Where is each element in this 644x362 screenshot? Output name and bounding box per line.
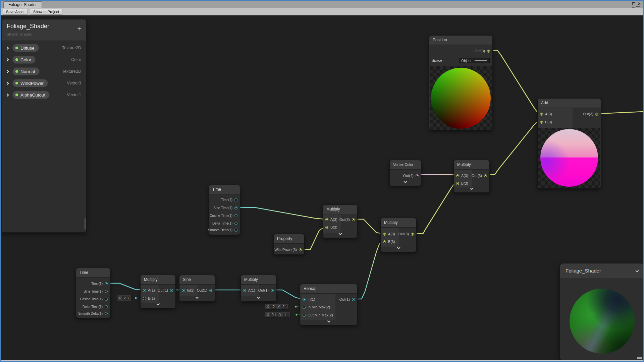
port-out-vector1[interactable]: [271, 289, 274, 292]
port-out-time[interactable]: [234, 198, 237, 201]
collapse-toggle[interactable]: [323, 232, 357, 237]
node-multiply-amp[interactable]: Multiply A(1) Out(1): [240, 275, 276, 302]
node-time-upper[interactable]: Time Time(1) Sine Time(1) Cosine Time(1)…: [209, 185, 240, 235]
node-multiply-scale[interactable]: Multiply A(1) B(1) Out(1): [140, 275, 176, 308]
blackboard-property-color[interactable]: Color Color: [2, 55, 86, 65]
port-out-windpower[interactable]: [299, 248, 302, 251]
blackboard-property-diffuse[interactable]: Diffuse Texture2D: [2, 43, 86, 53]
port-out-cosine-time[interactable]: [105, 298, 108, 301]
port-in-a-vector3[interactable]: [540, 113, 543, 116]
y-value-input[interactable]: 2: [281, 305, 287, 309]
collapse-toggle[interactable]: [241, 296, 276, 300]
port-out-vector3[interactable]: [487, 50, 490, 53]
port-in-a-vector3[interactable]: [325, 218, 328, 221]
node-vertex-color[interactable]: Vertex Color Out(4): [389, 160, 421, 186]
blackboard-scrollbar[interactable]: [85, 218, 86, 230]
property-pill[interactable]: AlphaCutout: [12, 91, 50, 99]
space-dropdown[interactable]: Object: [459, 58, 490, 63]
property-pill[interactable]: WindPower: [12, 79, 48, 87]
port-out-vector3[interactable]: [595, 113, 598, 116]
collapse-toggle[interactable]: [141, 303, 175, 307]
port-in-vector1[interactable]: [182, 289, 185, 292]
port-in-vector1[interactable]: [303, 298, 306, 301]
y-value-input[interactable]: 1: [283, 313, 289, 317]
node-time-lower[interactable]: Time Time(1) Sine Time(1) Cosine Time(1)…: [76, 268, 110, 318]
chevron-right-icon[interactable]: [6, 81, 9, 85]
port-out-sine-time[interactable]: [234, 206, 237, 209]
master-preview-node[interactable]: Foliage_Shader: [560, 263, 643, 360]
port-label: Out(3): [472, 174, 482, 178]
port-in-a-vector3[interactable]: [383, 233, 386, 236]
show-in-project-button[interactable]: Show In Project: [30, 9, 62, 15]
port-out-smooth-delta[interactable]: [105, 312, 108, 315]
node-multiply-vertexcolor[interactable]: Multiply A(3) B(3) Out(3): [453, 160, 490, 193]
property-pill[interactable]: Diffuse: [12, 44, 39, 52]
node-multiply-combine[interactable]: Multiply A(3) B(3) Out(3): [380, 218, 417, 252]
port-in-b-vector3[interactable]: [540, 121, 543, 124]
collapse-toggle[interactable]: [454, 187, 489, 191]
b-default-value-field[interactable]: X 2.3: [117, 295, 131, 301]
x-value-input[interactable]: 0.4: [270, 313, 278, 317]
collapse-toggle[interactable]: [390, 180, 421, 185]
node-title: Vertex Color: [390, 160, 421, 170]
port-label: B(1): [148, 296, 155, 300]
resize-handle[interactable]: [637, 357, 642, 359]
blackboard-property-alphacutout[interactable]: AlphaCutout Vector1: [2, 90, 86, 100]
collapse-toggle[interactable]: [381, 246, 416, 251]
collapse-toggle[interactable]: [179, 296, 215, 300]
node-remap[interactable]: Remap In(1) In Min Max(2) Out Min Max(2)…: [300, 284, 358, 325]
port-out-sine-time[interactable]: [105, 290, 108, 293]
port-out-vector4[interactable]: [416, 174, 419, 177]
blackboard-property-windpower[interactable]: WindPower Vector3: [2, 78, 86, 88]
chevron-right-icon[interactable]: [6, 58, 9, 61]
in-min-max-field[interactable]: X -2 Y 2: [265, 304, 289, 310]
port-in-b-vector3[interactable]: [325, 226, 328, 229]
chevron-right-icon[interactable]: [6, 46, 9, 50]
close-icon[interactable]: ×: [638, 1, 641, 6]
chevron-right-icon[interactable]: [6, 93, 9, 97]
port-out-vector3[interactable]: [411, 233, 414, 236]
node-title: Multiply: [454, 160, 489, 170]
port-out-cosine-time[interactable]: [234, 214, 237, 217]
node-sine[interactable]: Sine In(1) Out(1): [179, 275, 215, 302]
port-in-a-vector3[interactable]: [456, 174, 459, 177]
collapse-toggle[interactable]: [300, 320, 357, 324]
x-value-input[interactable]: -2: [270, 305, 276, 309]
port-in-b-vector3[interactable]: [456, 182, 459, 185]
port-label: Sine Time(1): [84, 290, 103, 293]
node-position[interactable]: Position Out(3) Space Object: [429, 35, 493, 130]
port-out-vector1[interactable]: [352, 298, 355, 301]
port-out-vector1[interactable]: [209, 289, 212, 292]
port-out-min-max-vector2[interactable]: [303, 314, 306, 317]
port-out-smooth-delta[interactable]: [234, 229, 237, 232]
node-add[interactable]: Add A(3) B(3) Out(3): [537, 98, 601, 189]
port-in-a-vector1[interactable]: [243, 289, 246, 292]
save-asset-button[interactable]: Save Asset: [3, 9, 28, 15]
port-in-b-vector3[interactable]: [383, 240, 386, 243]
property-pill[interactable]: Color: [12, 56, 36, 64]
chevron-right-icon[interactable]: [6, 70, 9, 73]
out-min-max-field[interactable]: X 0.4 Y 1: [265, 312, 290, 318]
node-title: Multiply: [241, 275, 276, 285]
port-out-vector3[interactable]: [484, 174, 487, 177]
port-out-time[interactable]: [105, 282, 108, 285]
node-title: Time: [209, 185, 240, 194]
node-multiply-wind[interactable]: Multiply A(3) B(3) Out(3): [323, 204, 358, 238]
blackboard-property-normal[interactable]: Normal Texture2D: [2, 66, 86, 76]
chevron-down-icon[interactable]: [636, 269, 639, 273]
window-tab[interactable]: Foliage_Shader: [3, 1, 42, 8]
port-out-vector3[interactable]: [352, 218, 355, 221]
maximize-icon[interactable]: [632, 2, 635, 5]
port-out-delta-time[interactable]: [105, 305, 108, 308]
port-in-a-vector1[interactable]: [143, 289, 146, 292]
graph-canvas[interactable]: Foliage_Shader Shader Graphs + Diffuse T…: [1, 15, 643, 360]
property-pill[interactable]: Normal: [12, 67, 40, 75]
port-in-min-max-vector2[interactable]: [303, 306, 306, 309]
blackboard-panel: Foliage_Shader Shader Graphs + Diffuse T…: [2, 19, 86, 233]
node-property-windpower[interactable]: Property WindPower(3): [273, 234, 305, 255]
add-property-button[interactable]: +: [77, 25, 81, 32]
port-in-b-vector1[interactable]: [143, 297, 146, 300]
x-value-input[interactable]: 2.3: [122, 296, 130, 300]
port-out-delta-time[interactable]: [234, 222, 237, 225]
port-out-vector1[interactable]: [170, 289, 173, 292]
